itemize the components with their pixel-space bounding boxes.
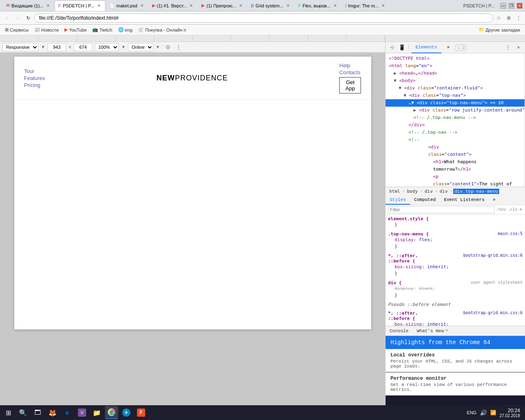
- search-button[interactable]: 🔍: [16, 406, 30, 419]
- tree-line-doctype[interactable]: <!DOCTYPE html>: [386, 55, 525, 62]
- style-prop-display[interactable]: display: flex;: [388, 237, 523, 243]
- reload-button[interactable]: ↻: [24, 14, 33, 23]
- bookmark-twitch[interactable]: 📺 Twitch: [90, 26, 114, 33]
- style-prop-boxsizing[interactable]: box-sizing: inherit;: [388, 264, 523, 270]
- tree-line-topnav[interactable]: ▼ <div class="top-nav">: [386, 92, 525, 99]
- close-button[interactable]: ✕: [517, 3, 523, 9]
- taskbar-app-viber[interactable]: V: [75, 406, 89, 419]
- browser-tab-2[interactable]: 📄maket.psd✕: [105, 0, 148, 11]
- bookmark-eng[interactable]: 🌐 eng: [116, 26, 135, 33]
- help-link[interactable]: Help: [339, 62, 360, 68]
- pseudo-filter-label[interactable]: :hov: [496, 208, 506, 212]
- bookmark-youtube[interactable]: ▶ YouTube: [62, 26, 89, 33]
- tab-close-icon[interactable]: ✕: [139, 3, 145, 9]
- tree-line-p[interactable]: <p: [386, 173, 525, 180]
- tree-line-div-content[interactable]: <div: [386, 144, 525, 151]
- tour-link[interactable]: Tour: [24, 68, 45, 74]
- zoom-select[interactable]: 100%: [95, 43, 119, 51]
- add-rule-icon[interactable]: +: [519, 206, 523, 213]
- browser-tab-6[interactable]: FFlex, выров...✕: [294, 0, 342, 11]
- start-button[interactable]: ⊞: [2, 406, 15, 419]
- tab-close-icon[interactable]: ✕: [285, 3, 291, 9]
- tree-line-class-content[interactable]: class="content">: [386, 151, 525, 158]
- event-listeners-tab[interactable]: Event Listeners: [440, 196, 488, 205]
- tab-close-icon[interactable]: ✕: [238, 3, 244, 9]
- taskbar-app-edge[interactable]: e: [61, 406, 74, 419]
- style-prop-boxsizing2[interactable]: box-sizing: inherit;: [388, 321, 523, 326]
- restore-button[interactable]: ❐: [509, 3, 514, 9]
- height-input[interactable]: [74, 43, 92, 51]
- tree-line-topnavmenu[interactable]: …▼ <div class="top-nav-menu"> == $0: [386, 99, 525, 107]
- pricing-link[interactable]: Pricing: [24, 82, 45, 88]
- computed-tab[interactable]: Computed: [410, 196, 440, 205]
- bookmark-services[interactable]: ⊞ Сервисы: [2, 26, 31, 33]
- more-subtabs-btn[interactable]: »: [488, 196, 500, 205]
- styles-tab[interactable]: Styles: [386, 196, 410, 205]
- breadcrumb-topnavmenu[interactable]: div.top-nav-menu: [453, 189, 499, 194]
- browser-tab-5[interactable]: BGrid system...✕: [247, 0, 294, 11]
- styles-filter-input[interactable]: [388, 206, 495, 213]
- style-prop-display-block[interactable]: display: block;: [388, 285, 523, 292]
- elements-tab[interactable]: Elements: [411, 42, 441, 53]
- minimize-button[interactable]: —: [500, 3, 506, 9]
- tree-line-html[interactable]: <html lang="en">: [386, 62, 525, 70]
- taskbar-app-figma[interactable]: F: [135, 406, 148, 419]
- tab-close-icon[interactable]: ✕: [45, 3, 51, 9]
- tree-line-h1-close[interactable]: tomorrow?</h1>: [386, 166, 525, 173]
- breadcrumb-html[interactable]: html: [388, 189, 402, 194]
- browser-tab-0[interactable]: ✉Входящие (1)...✕: [2, 0, 55, 11]
- address-input[interactable]: [34, 14, 493, 23]
- breadcrumb-div2[interactable]: div: [438, 189, 449, 194]
- browser-tab-3[interactable]: ▶(1) #1. Верст...✕: [148, 0, 198, 11]
- whats-new-tab[interactable]: What's New ×: [413, 326, 452, 336]
- features-link[interactable]: Features: [24, 75, 45, 81]
- extensions-icon[interactable]: ⊕: [504, 14, 513, 22]
- bookmark-purchase[interactable]: 🛒 Покупка - Онлайн п: [136, 26, 189, 33]
- tab-close-icon[interactable]: ✕: [188, 3, 194, 9]
- mobile-tool-icon[interactable]: 📱: [398, 43, 406, 52]
- online-select[interactable]: Online: [128, 43, 153, 51]
- tab-close-icon[interactable]: ✕: [380, 3, 386, 9]
- tree-line-h1[interactable]: <h1>What happens: [386, 158, 525, 166]
- tab-close-icon[interactable]: ✕: [96, 3, 102, 9]
- console-tab[interactable]: Console: [386, 326, 413, 336]
- browser-tab-7[interactable]: IImgur: The m...✕: [342, 0, 390, 11]
- whats-new-close-icon[interactable]: ×: [445, 329, 448, 333]
- more-tabs-button[interactable]: »: [443, 42, 454, 53]
- browser-tab-4[interactable]: ▶(1) Препрою...✕: [198, 0, 247, 11]
- forward-button[interactable]: ›: [13, 14, 22, 23]
- breadcrumb-body[interactable]: body: [406, 189, 419, 194]
- tree-line-head[interactable]: ▶ <head>…</head>: [386, 70, 525, 77]
- viewport-more-icon[interactable]: ⋮: [175, 43, 183, 51]
- tree-line-row[interactable]: ▶ <div class="row justify-content-around…: [386, 107, 525, 114]
- capture-icon[interactable]: ⊙: [164, 43, 172, 51]
- cls-filter-label[interactable]: .cls: [508, 208, 518, 212]
- breadcrumb-div1[interactable]: div: [423, 189, 434, 194]
- tree-line-comment3[interactable]: <!--: [386, 136, 525, 144]
- other-bookmarks-button[interactable]: 📁 Другие закладки: [476, 26, 523, 33]
- other-bookmarks[interactable]: 📁 Другие закладки: [476, 26, 523, 33]
- back-button[interactable]: ‹: [2, 14, 11, 23]
- tree-line-comment2[interactable]: <!-- /.top-nav -->: [386, 129, 525, 136]
- task-view-button[interactable]: 🗔: [31, 406, 44, 419]
- tree-line-comment1[interactable]: <!-- /.top-nav-menu -->: [386, 114, 525, 121]
- devtools-more-btn[interactable]: ⋮: [504, 44, 513, 51]
- tree-line-p-class[interactable]: class="content1">The sight of: [386, 180, 525, 187]
- tree-line-body[interactable]: ▼ <body>: [386, 77, 525, 84]
- width-input[interactable]: [48, 43, 66, 51]
- cursor-tool-icon[interactable]: ⊹: [388, 43, 396, 52]
- close-devtools-button[interactable]: ✕: [514, 43, 523, 52]
- browser-tab-1[interactable]: PPSDETCH | P...✕: [55, 0, 105, 11]
- tree-line-container[interactable]: ▼ <div class="container-fluid">: [386, 84, 525, 92]
- taskbar-app-files[interactable]: 📁: [90, 406, 103, 419]
- tree-line-closediv1[interactable]: </div>: [386, 121, 525, 129]
- contacts-link[interactable]: Contacts: [339, 69, 360, 75]
- bookmark-star-icon[interactable]: ☆: [495, 14, 503, 22]
- bookmark-news[interactable]: 📰 Новости: [32, 26, 62, 33]
- responsive-select[interactable]: Responsive: [2, 43, 39, 51]
- taskbar-app-firefox[interactable]: 🦊: [46, 406, 59, 419]
- menu-icon[interactable]: ⋮: [514, 14, 523, 22]
- taskbar-app-chrome[interactable]: [105, 406, 118, 419]
- taskbar-app-telegram[interactable]: ✈: [120, 406, 133, 419]
- get-app-button[interactable]: Get App: [339, 77, 361, 94]
